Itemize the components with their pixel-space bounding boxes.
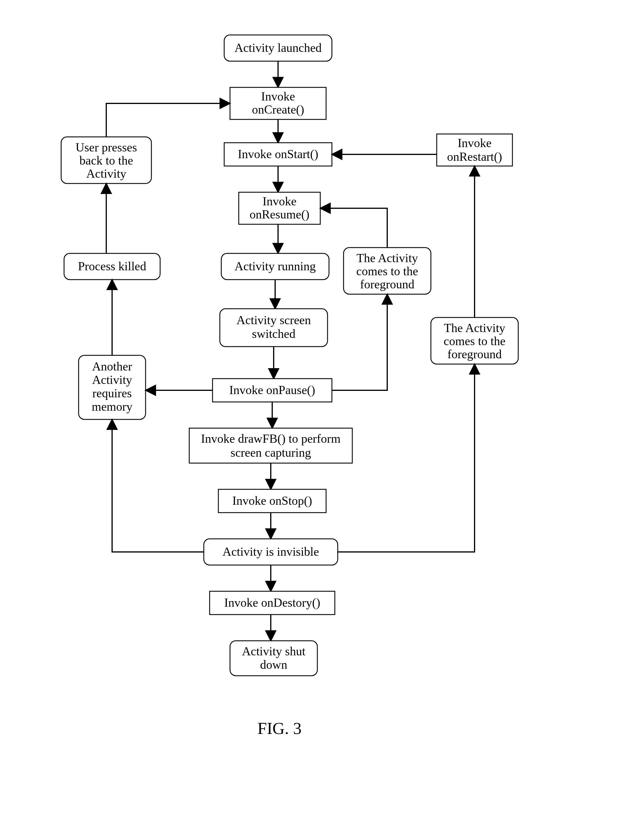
node-label: Activity launched xyxy=(234,41,322,54)
node-label: Activity running xyxy=(235,259,316,273)
node-label: Activity is invisible xyxy=(222,545,319,558)
node-label: Invoke onStart() xyxy=(238,147,318,161)
node-foreground-2: The Activity comes to the foreground xyxy=(431,317,518,364)
node-label: Activity xyxy=(92,373,132,387)
node-label: Invoke xyxy=(261,90,295,103)
node-label: back to the xyxy=(79,154,133,167)
node-process-killed: Process killed xyxy=(64,253,160,279)
node-label: Invoke xyxy=(458,136,492,150)
node-label: Activity xyxy=(86,167,126,180)
node-label: screen capturing xyxy=(230,446,311,459)
edge xyxy=(106,103,230,137)
node-label: The Activity xyxy=(444,321,505,335)
node-label: switched xyxy=(252,327,295,341)
node-label: User presses xyxy=(76,141,137,154)
node-label: onResume() xyxy=(249,208,309,221)
node-invisible: Activity is invisible xyxy=(204,539,338,565)
node-label: onCreate() xyxy=(252,103,304,117)
node-ondestroy: Invoke onDestory() xyxy=(210,591,335,614)
node-requires-memory: Another Activity requires memory xyxy=(79,355,145,419)
node-label: The Activity xyxy=(357,251,418,265)
node-label: Invoke onStop() xyxy=(232,494,312,508)
node-label: foreground xyxy=(448,347,502,361)
node-label: onRestart() xyxy=(447,150,502,164)
node-onresume: Invoke onResume() xyxy=(239,192,320,224)
node-label: Invoke drawFB() to perform xyxy=(201,432,341,445)
figure-caption: FIG. 3 xyxy=(257,719,301,738)
node-onrestart: Invoke onRestart() xyxy=(437,134,513,166)
node-label: Process killed xyxy=(78,259,146,273)
node-onpause: Invoke onPause() xyxy=(213,379,332,402)
node-drawfb: Invoke drawFB() to perform screen captur… xyxy=(189,428,352,463)
node-activity-running: Activity running xyxy=(221,253,329,279)
flowchart-diagram: Activity launched Invoke onCreate() Invo… xyxy=(0,0,628,840)
node-label: down xyxy=(260,658,287,671)
node-label: Invoke xyxy=(263,194,297,208)
node-label: Another xyxy=(92,360,132,373)
node-foreground-1: The Activity comes to the foreground xyxy=(344,248,431,294)
node-label: Activity screen xyxy=(237,313,311,327)
node-screen-switched: Activity screen switched xyxy=(220,309,328,347)
node-oncreate: Invoke onCreate() xyxy=(230,87,326,119)
node-shutdown: Activity shut down xyxy=(230,641,317,676)
node-label: comes to the xyxy=(357,264,418,278)
node-label: memory xyxy=(92,400,133,413)
node-label: Invoke onPause() xyxy=(229,383,315,397)
node-label: Activity shut xyxy=(242,644,305,658)
node-onstart: Invoke onStart() xyxy=(224,143,332,166)
edge xyxy=(332,294,387,390)
node-label: foreground xyxy=(360,278,415,291)
edge xyxy=(338,364,475,552)
node-label: comes to the xyxy=(444,335,505,348)
node-label: requires xyxy=(92,387,132,400)
node-label: Invoke onDestory() xyxy=(224,596,320,609)
edge xyxy=(320,208,387,248)
node-user-back: User presses back to the Activity xyxy=(61,137,151,183)
node-onstop: Invoke onStop() xyxy=(218,489,326,513)
node-activity-launched: Activity launched xyxy=(224,35,332,61)
